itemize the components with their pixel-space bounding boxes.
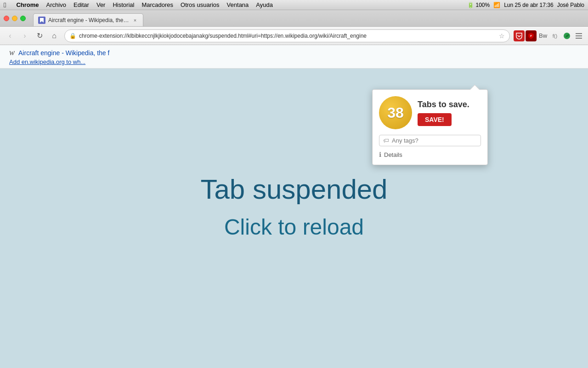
- popup-header: Tabs to save. SAVE!: [418, 100, 481, 126]
- page-content[interactable]: w Aircraft engine - Wikipedia, the f Add…: [0, 45, 588, 368]
- wiki-header: w Aircraft engine - Wikipedia, the f Add…: [0, 45, 588, 69]
- menu-bar-right: 🔋 100% 📶 Lun 25 de abr 17:36 José Pablo: [467, 2, 584, 8]
- forward-button[interactable]: ›: [18, 29, 31, 42]
- menu-wifi-icon: 📶: [493, 2, 500, 8]
- chrome-menu-button[interactable]: [573, 30, 584, 41]
- tags-input-row[interactable]: 🏷: [379, 135, 481, 146]
- menu-ventana[interactable]: Ventana: [223, 0, 253, 10]
- extension-2-icon: Bw: [539, 32, 547, 39]
- back-button[interactable]: ‹: [4, 29, 17, 42]
- chrome-window: Aircraft engine - Wikipedia, the f... × …: [0, 10, 588, 368]
- pocket-popup: 38 Tabs to save. SAVE! 🏷 ℹ Details: [372, 89, 488, 165]
- menu-bar:  Chrome Archivo Editar Ver Historial Ma…: [0, 0, 588, 10]
- extension-button-4[interactable]: [561, 30, 572, 41]
- wiki-title-link[interactable]: Aircraft engine - Wikipedia, the f: [18, 49, 109, 57]
- wiki-add-link[interactable]: Add en.wikipedia.org to wh...: [9, 58, 579, 65]
- extension-3-icon: f(): [553, 33, 557, 39]
- address-text: chrome-extension://klbibkeccnjlkjkiokjod…: [79, 33, 497, 39]
- menu-editar[interactable]: Editar: [70, 0, 93, 10]
- tabs-count-badge: 38: [379, 96, 412, 129]
- address-bar[interactable]: 🔒 chrome-extension://klbibkeccnjlkjkiokj…: [64, 29, 510, 42]
- tags-input[interactable]: [392, 137, 477, 144]
- tab-favicon: [38, 17, 45, 24]
- reload-text[interactable]: Click to reload: [224, 214, 364, 240]
- extension-button-2[interactable]: Bw: [537, 30, 548, 41]
- wiki-title-row: w Aircraft engine - Wikipedia, the f: [9, 48, 579, 58]
- close-window-button[interactable]: [4, 16, 9, 21]
- menu-ayuda[interactable]: Ayuda: [252, 0, 277, 10]
- leaf-icon: [563, 32, 571, 40]
- menu-historial[interactable]: Historial: [109, 0, 138, 10]
- shield-icon: P: [527, 32, 535, 40]
- menu-ver[interactable]: Ver: [93, 0, 109, 10]
- menu-otros[interactable]: Otros usuarios: [177, 0, 223, 10]
- minimize-window-button[interactable]: [12, 16, 17, 21]
- maximize-window-button[interactable]: [20, 16, 26, 21]
- menu-time: Lun 25 de abr 17:36: [504, 2, 553, 8]
- details-label: Details: [384, 151, 402, 158]
- menu-archivo[interactable]: Archivo: [43, 0, 70, 10]
- menu-battery: 🔋 100%: [467, 2, 490, 8]
- popup-title-text: Tabs to save.: [418, 100, 481, 109]
- wikipedia-w-logo: w: [9, 48, 15, 58]
- toolbar: ‹ › ↻ ⌂ 🔒 chrome-extension://klbibkeccnj…: [0, 27, 588, 45]
- menu-marcadores[interactable]: Marcadores: [138, 0, 177, 10]
- extension-button-1[interactable]: P: [526, 30, 537, 41]
- toolbar-extensions: P Bw f(): [514, 30, 584, 41]
- hamburger-icon: [575, 33, 582, 39]
- reload-button[interactable]: ↻: [33, 29, 46, 42]
- pocket-extension-button[interactable]: [514, 30, 525, 41]
- bookmark-star-icon[interactable]: ☆: [499, 32, 505, 40]
- home-button[interactable]: ⌂: [48, 29, 61, 42]
- popup-top-section: 38 Tabs to save. SAVE!: [379, 96, 481, 129]
- save-button[interactable]: SAVE!: [418, 113, 452, 126]
- tab-title: Aircraft engine - Wikipedia, the f...: [48, 17, 129, 23]
- apple-logo-icon[interactable]: : [4, 1, 6, 9]
- tab-close-button[interactable]: ×: [132, 17, 138, 23]
- suspended-title: Tab suspended: [201, 173, 388, 205]
- traffic-lights: [0, 10, 33, 27]
- menu-chrome[interactable]: Chrome: [12, 0, 42, 10]
- bookmark-tab-icon: [39, 17, 45, 23]
- details-info-icon: ℹ: [379, 151, 381, 158]
- menu-user: José Pablo: [557, 2, 584, 8]
- browser-tab[interactable]: Aircraft engine - Wikipedia, the f... ×: [33, 13, 143, 26]
- extension-button-3[interactable]: f(): [549, 30, 560, 41]
- svg-text:P: P: [530, 34, 532, 37]
- address-lock-icon: 🔒: [69, 33, 76, 39]
- pocket-icon: [515, 32, 523, 40]
- details-row[interactable]: ℹ Details: [379, 151, 481, 158]
- tab-bar: Aircraft engine - Wikipedia, the f... ×: [0, 10, 588, 27]
- tag-icon: 🏷: [383, 137, 389, 144]
